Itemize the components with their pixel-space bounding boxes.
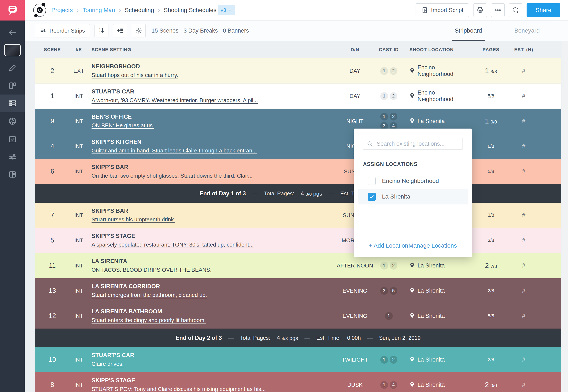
sidebar-item-stripboard[interactable] [0,95,25,112]
cast-id-chip[interactable]: 2 [389,92,397,100]
sidebar-item-project-thumbnail[interactable] [0,41,25,59]
share-label: Share [536,7,552,14]
scene-description-link[interactable]: Stuart emerges from the bathroom, cleane… [92,292,327,298]
cast-id-chip[interactable]: 2 [389,262,397,270]
location-search-input[interactable] [363,138,463,150]
add-strip-button[interactable] [113,24,127,37]
reorder-strips-button[interactable]: Reorder Strips [35,24,90,37]
estimated-hours[interactable]: # [512,168,536,175]
sidebar-item-contacts-book[interactable] [0,166,25,183]
cast-id-chip[interactable]: 1 [380,262,388,270]
day-break-strip[interactable]: End of Day 1 of 3—Total Pages:43/8pgs—Es… [35,184,561,203]
comments-button[interactable] [509,3,522,17]
estimated-hours[interactable]: # [512,287,536,294]
shoot-location[interactable]: La Sirenita [403,356,470,363]
scene-day-night: TWILIGHT [335,356,375,363]
sidebar-item-sliders[interactable] [0,148,25,166]
scene-description-link[interactable]: ON TACOS. BLOOD DRIPS OVER THE BEANS. [92,267,327,273]
scene-description-link[interactable]: A worn-out, '93 CAMRY. Weathered interio… [92,97,327,104]
sidebar-item-aperture[interactable] [0,112,25,130]
strip-row-scene-9[interactable]: 9INTBEN'S OFFICEON BEN: He glares at us.… [35,109,561,134]
estimated-hours[interactable]: # [512,143,536,150]
import-script-button[interactable]: Import Script [416,3,469,17]
sidebar-item-pencil[interactable] [0,59,25,77]
shoot-location[interactable]: La Sirenita [403,382,470,388]
cast-id-chip[interactable]: 1 [380,113,388,121]
scene-description-link[interactable]: Guitar and amp in hand, Stuart leads Cla… [92,147,327,154]
day-break-strip[interactable]: End of Day 2 of 3—Total Pages:44/8pgs—Es… [35,329,561,347]
share-button[interactable]: Share [526,3,560,17]
sidebar-item-calendar-check[interactable] [0,130,25,148]
strip-row-scene-13[interactable]: 13INTLA SIRENITA CORRIDORStuart emerges … [35,278,561,303]
cast-id-chip[interactable]: 2 [389,67,397,75]
scene-description-link[interactable]: Stuart enters the dingy and poorly lit b… [92,317,327,323]
strip-row-scene-2[interactable]: 2EXTNEIGHBORHOODStuart hops out of his c… [35,58,561,84]
project-avatar[interactable] [33,4,46,17]
column-header-scene: SCENE [35,47,70,52]
strip-row-scene-6[interactable]: 6INTSKIPP'S BAROn the bar, two empty sho… [35,159,561,184]
assign-locations-title: ASSIGN LOCATIONS [363,161,463,167]
estimated-hours[interactable]: # [512,262,536,269]
strip-row-scene-10[interactable]: 10INTSTUART'S CARClaire drives.TWILIGHT1… [35,347,561,372]
estimated-hours[interactable]: # [512,381,536,388]
strip-row-scene-8[interactable]: 8INTSKIPP'S STAGESTUART'S POV: Tony and … [35,372,561,392]
add-location-button[interactable]: + Add Location [369,242,408,249]
estimated-hours[interactable]: # [512,68,536,74]
estimated-hours[interactable]: # [512,118,536,125]
strip-row-scene-4[interactable]: 4INTSKIPP'S KITCHENGuitar and amp in han… [35,134,561,159]
checkbox-checked-icon[interactable] [368,193,376,201]
cast-id-chip[interactable]: 4 [389,381,397,389]
estimated-hours[interactable]: # [512,212,536,219]
scene-description-link[interactable]: On the bar, two empty shot glasses. Stua… [92,172,327,179]
location-option-la-sirenita[interactable]: La Sirenita [358,189,468,204]
scene-description-link[interactable]: Stuart hops out of his car in a hurry. [92,72,327,78]
sidebar-item-pages[interactable] [0,77,25,95]
cast-id-chip[interactable]: 2 [389,113,397,121]
sidebar-item-back-arrow[interactable] [0,24,25,41]
shoot-location[interactable]: La Sirenita [403,313,470,319]
version-badge[interactable]: v3 [218,5,235,15]
scene-description-link[interactable]: A sparsely populated restaurant. TONY, 3… [92,241,327,248]
scene-description-link[interactable]: STUART'S POV: Tony and Claire discuss hi… [92,386,327,392]
cast-id-chip[interactable]: 1 [385,312,393,320]
stripboard-settings-button[interactable] [132,24,146,37]
tab-stripboard[interactable]: Stripboard [452,21,485,41]
tab-boneyard[interactable]: Boneyard [511,21,543,41]
shoot-location[interactable]: La Sirenita [403,262,470,269]
estimated-hours[interactable]: # [512,93,536,99]
scene-description-link[interactable]: Stuart nurses his umpteenth drink. [92,216,327,223]
cast-id-chip[interactable]: 5 [389,287,397,295]
manage-locations-button[interactable]: Manage Locations [408,242,457,249]
app-logo[interactable] [0,0,25,21]
strip-row-scene-12[interactable]: 12INTLA SIRENITA BATHROOMStuart enters t… [35,303,561,329]
cast-id-chip[interactable]: 1 [380,67,388,75]
strip-row-scene-7[interactable]: 7INTSKIPP'S BARStuart nurses his umpteen… [35,203,561,228]
breadcrumb-item-projects[interactable]: Projects [51,7,73,14]
location-option-encino-neighborhood[interactable]: Encino Neighborhood [358,173,468,189]
cast-id-chip[interactable]: 1 [380,92,388,100]
shoot-location[interactable]: Encino Neighborhood [403,64,470,77]
avatar-dot [42,3,45,6]
strip-row-scene-11[interactable]: 11INTLA SIRENITAON TACOS. BLOOD DRIPS OV… [35,253,561,278]
scene-setting-title: LA SIRENITA [92,258,327,265]
strip-row-scene-5[interactable]: 5INTSKIPP'S STAGEA sparsely populated re… [35,228,561,253]
cast-id-chip[interactable]: 2 [389,356,397,364]
scene-description-link[interactable]: Claire drives. [92,361,327,367]
print-button[interactable] [473,3,487,17]
scene-description-link[interactable]: ON BEN: He glares at us. [92,122,327,129]
shoot-location[interactable]: La Sirenita [403,288,470,294]
checkbox-unchecked-icon[interactable] [368,177,376,185]
strip-row-scene-1[interactable]: 1INTSTUART'S CARA worn-out, '93 CAMRY. W… [35,84,561,109]
cast-id-chip[interactable]: 3 [380,287,388,295]
breadcrumb-item-touring-man[interactable]: Touring Man [83,7,115,14]
cast-id-chip[interactable]: 1 [380,381,388,389]
cast-id-chip[interactable]: 1 [380,356,388,364]
shoot-location[interactable]: Encino Neighborhood [403,89,470,103]
estimated-hours[interactable]: # [512,356,536,363]
estimated-hours[interactable]: # [512,237,536,244]
vertical-scrollbar[interactable] [562,41,568,392]
shoot-location[interactable]: La Sirenita [403,118,470,125]
estimated-hours[interactable]: # [512,312,536,319]
sort-strips-button[interactable]: 12 [95,24,109,37]
more-options-button[interactable] [491,3,505,17]
